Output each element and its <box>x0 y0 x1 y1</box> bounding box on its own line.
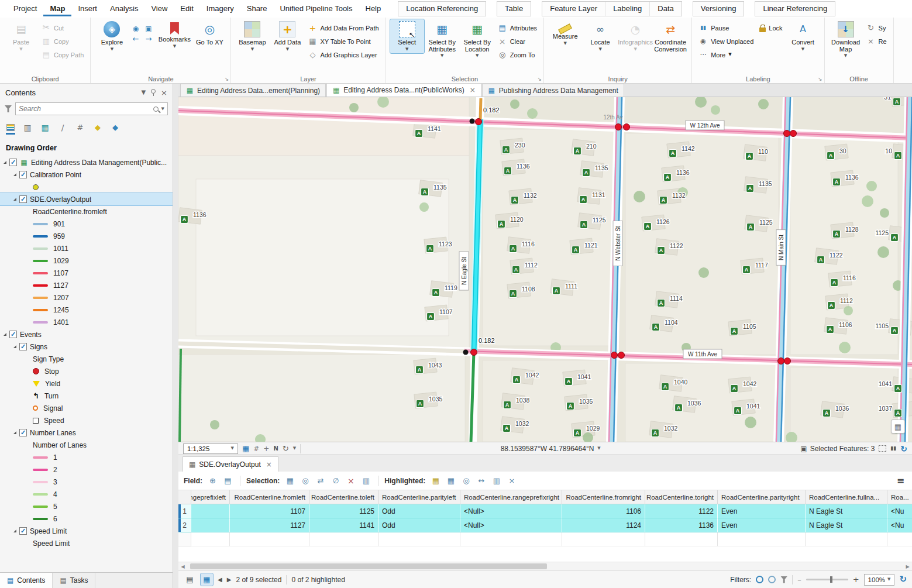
address-marker[interactable]: A <box>426 245 434 253</box>
table-cell[interactable]: N Eagle St <box>806 518 887 532</box>
zoom-in-icon[interactable]: + <box>853 576 859 583</box>
panel-splitter[interactable] <box>173 84 178 588</box>
table-cell[interactable]: N Eagle St <box>806 504 887 518</box>
horizontal-scrollbar[interactable]: ◀ ▶ <box>178 562 912 570</box>
map-tab-editing-address-data-nt-publicworks[interactable]: ▦Editing Address Data...nt(PublicWorks)× <box>326 83 481 97</box>
table-cell[interactable]: <Nu <box>887 518 912 532</box>
table-cell[interactable]: 1124 <box>562 518 645 532</box>
explore-button[interactable]: ◈Explore▼ <box>95 19 129 53</box>
address-marker[interactable]: A <box>652 324 660 331</box>
legend-item-1029[interactable]: 1029 <box>0 255 173 267</box>
address-marker[interactable]: A <box>510 290 517 298</box>
context-tab-data[interactable]: Data <box>649 2 681 16</box>
selected-sign-feature[interactable] <box>615 124 622 130</box>
address-marker[interactable]: A <box>894 410 902 417</box>
coordinate-conversion-button[interactable]: ⇄Coordinate Conversion <box>653 19 687 54</box>
address-marker[interactable]: A <box>580 221 588 229</box>
address-marker[interactable]: A <box>652 429 659 437</box>
legend-item-yield[interactable]: Yield <box>0 377 173 390</box>
context-tab-versioning[interactable]: Versioning <box>693 2 744 16</box>
address-marker[interactable]: A <box>427 313 435 321</box>
legend-item-2[interactable]: 2 <box>0 463 173 476</box>
highlight-selected-button[interactable]: ▦ <box>429 474 442 487</box>
address-marker[interactable]: A <box>833 231 841 238</box>
address-marker[interactable]: A <box>644 223 652 231</box>
filter-toggle-icon[interactable] <box>756 576 763 583</box>
record-next-icon[interactable]: ▶ <box>227 577 232 583</box>
menu-item-view[interactable]: View <box>144 2 174 16</box>
checkbox[interactable]: ✓ <box>19 195 27 203</box>
legend-item-signal[interactable]: Signal <box>0 402 173 414</box>
layer-item-events[interactable]: ✓Events <box>0 328 173 341</box>
expander-icon[interactable] <box>13 173 16 176</box>
address-marker[interactable]: A <box>669 150 677 157</box>
table-cell[interactable]: 1136 <box>645 518 718 532</box>
map-tab-publishing-address-data-management[interactable]: ▦Publishing Address Data Management <box>482 84 624 97</box>
copy-button[interactable]: ▥Copy <box>40 36 85 47</box>
xy-table-to-point-button[interactable]: ▦XY Table To Point <box>306 36 380 47</box>
address-marker[interactable]: A <box>498 221 505 228</box>
nav-back-button[interactable]: ← <box>131 35 142 43</box>
table-row[interactable]: 111071125Odd<Null>11061122EvenN Eagle St… <box>178 504 912 518</box>
clear-button[interactable]: ×Clear <box>496 36 539 47</box>
calculate-field-button[interactable]: ▤ <box>222 474 234 487</box>
address-marker[interactable]: A <box>567 403 574 410</box>
dialog-launcher-icon[interactable]: ↘ <box>538 77 542 82</box>
expander-icon[interactable] <box>4 161 6 164</box>
address-marker[interactable]: A <box>572 246 580 254</box>
column-header-roadcenterline-parityright[interactable]: RoadCenterline.parityright <box>718 490 806 504</box>
address-marker[interactable]: A <box>553 287 560 295</box>
select-by-location-button[interactable]: ▦Select By Location▼ <box>460 19 494 60</box>
lock-button[interactable]: Lock <box>758 22 784 33</box>
rows-view-icon[interactable]: ▤ <box>184 573 196 586</box>
address-marker[interactable]: A <box>827 152 835 160</box>
layer-item-calibration-point[interactable]: ✓Calibration Point <box>0 169 173 181</box>
table-row[interactable]: 211271141Odd<Null>11241136EvenN Eagle St… <box>178 518 912 532</box>
add-graphics-layer-button[interactable]: ◇Add Graphics Layer <box>306 49 380 60</box>
layer-item-speed-limit[interactable]: ✓Speed Limit <box>0 525 173 537</box>
legend-item-1[interactable]: 1 <box>0 451 173 463</box>
table-menu-button[interactable]: ≡ <box>894 474 907 487</box>
table-cell[interactable]: 1106 <box>562 504 645 518</box>
row-number[interactable]: 2 <box>178 518 191 532</box>
address-marker[interactable]: A <box>504 401 511 409</box>
zoom-slider[interactable] <box>806 579 848 580</box>
calibration-point-feature[interactable] <box>463 350 469 355</box>
expander-icon[interactable] <box>13 431 16 434</box>
tasks-tab[interactable]: ▤ Tasks <box>53 573 95 588</box>
zoom-selected-button[interactable]: ▣ <box>144 24 155 33</box>
table-tab[interactable]: ▦ SDE.OverlayOutput × <box>183 456 278 472</box>
column-header-roadcenterline-fromright[interactable]: RoadCenterline.fromright <box>562 490 645 504</box>
paste-button[interactable]: ▤Paste▼ <box>4 19 38 53</box>
address-marker[interactable]: A <box>512 266 520 274</box>
xy-readout-icon[interactable]: + <box>263 445 269 452</box>
address-marker[interactable]: A <box>743 266 751 274</box>
calibration-point-feature[interactable] <box>470 119 475 124</box>
checkbox[interactable]: ✓ <box>19 171 27 178</box>
legend-item-calibration-point[interactable] <box>0 181 173 193</box>
filter-toggle2-icon[interactable] <box>768 576 776 583</box>
basemap-button[interactable]: Basemap▼ <box>235 19 269 53</box>
menu-item-unified-pipeline-tools[interactable]: Unified Pipeline Tools <box>273 2 359 16</box>
table-cell[interactable]: 1127 <box>230 518 309 532</box>
snap-grid-icon[interactable]: # <box>253 445 259 452</box>
menu-item-share[interactable]: Share <box>240 2 274 16</box>
filter-funnel-icon[interactable] <box>780 576 787 583</box>
zoom-to-button[interactable]: ◎Zoom To <box>496 49 539 60</box>
column-header-roadcenterline-fullna[interactable]: RoadCenterline.fullna... <box>806 490 887 504</box>
table-cell[interactable]: 1125 <box>309 504 378 518</box>
add-data-from-path-button[interactable]: +Add Data From Path <box>306 22 380 33</box>
table-cell[interactable]: <Nu <box>887 504 912 518</box>
nav-forward-button[interactable]: → <box>144 35 155 43</box>
menu-item-project[interactable]: Project <box>7 2 43 16</box>
zoom-slider-thumb[interactable] <box>830 576 832 583</box>
table-cell[interactable] <box>191 504 230 518</box>
address-marker[interactable]: A <box>746 185 754 192</box>
address-marker[interactable]: A <box>513 376 521 384</box>
legend-item-1245[interactable]: 1245 <box>0 304 173 316</box>
column-header-roadcenterline-rangeprefixright[interactable]: RoadCenterline.rangeprefixright <box>460 490 562 504</box>
address-marker[interactable]: A <box>415 130 423 137</box>
legend-item-stop[interactable]: Stop <box>0 365 173 377</box>
north-arrow-icon[interactable]: N <box>273 446 278 452</box>
copy-path-button[interactable]: ▤Copy Path <box>40 49 85 60</box>
